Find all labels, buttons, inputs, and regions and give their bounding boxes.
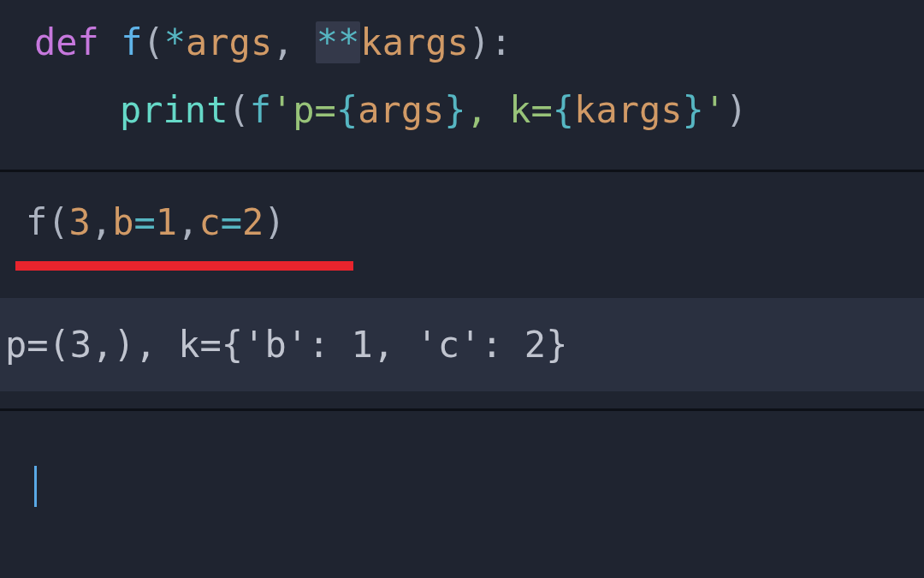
string-literal: p=	[293, 89, 336, 131]
function-name: f	[121, 21, 142, 63]
code-cell-1[interactable]: def f(*args, **kargs): print(f'p={args},…	[0, 0, 924, 152]
space	[99, 21, 121, 63]
text-cursor	[34, 466, 37, 507]
var-args: args	[358, 89, 444, 131]
code-line-1[interactable]: def f(*args, **kargs):	[0, 9, 924, 76]
colon: :	[490, 21, 512, 63]
call-print: print	[120, 89, 228, 131]
brace-close: }	[444, 89, 465, 131]
output-area: p=(3,), k={'b': 1, 'c': 2}	[0, 298, 924, 391]
output-text: p=(3,), k={'b': 1, 'c': 2}	[5, 324, 924, 366]
keyword-def: def	[34, 21, 99, 63]
comma: ,	[91, 201, 112, 243]
error-underline	[15, 261, 353, 271]
string-literal: , k=	[466, 89, 553, 131]
comma: ,	[177, 201, 198, 243]
brace-open: {	[336, 89, 358, 131]
var-kargs: kargs	[574, 89, 682, 131]
number-1: 1	[156, 201, 177, 243]
comma: ,	[272, 21, 316, 63]
eq: =	[133, 201, 155, 243]
brace-close: }	[683, 89, 704, 131]
starstar-op: **	[316, 21, 361, 63]
kw-c: c	[198, 201, 220, 243]
param-args: args	[186, 21, 272, 63]
number-3: 3	[69, 201, 91, 243]
code-cell-2[interactable]: f(3,b=1,c=2)	[0, 185, 924, 271]
brace-open: {	[553, 89, 574, 131]
code-line-2[interactable]: print(f'p={args}, k={kargs}')	[0, 76, 924, 144]
paren-open: (	[47, 201, 68, 243]
paren-close: )	[726, 89, 747, 131]
fstring-prefix: f	[250, 89, 271, 131]
paren-open: (	[228, 89, 249, 131]
code-line-call[interactable]: f(3,b=1,c=2)	[0, 195, 924, 249]
cell-divider	[0, 170, 924, 172]
number-2: 2	[242, 201, 264, 243]
paren-open: (	[142, 21, 163, 63]
star-op: *	[164, 21, 186, 63]
cell-divider	[0, 408, 924, 411]
param-kargs: kargs	[360, 21, 468, 63]
fn-call: f	[26, 201, 47, 243]
eq: =	[221, 201, 242, 243]
kw-b: b	[112, 201, 133, 243]
code-cell-3[interactable]	[0, 445, 924, 524]
quote-open: '	[271, 89, 293, 131]
quote-close: '	[704, 89, 726, 131]
paren-close: )	[264, 201, 285, 243]
paren-close: )	[469, 21, 490, 63]
